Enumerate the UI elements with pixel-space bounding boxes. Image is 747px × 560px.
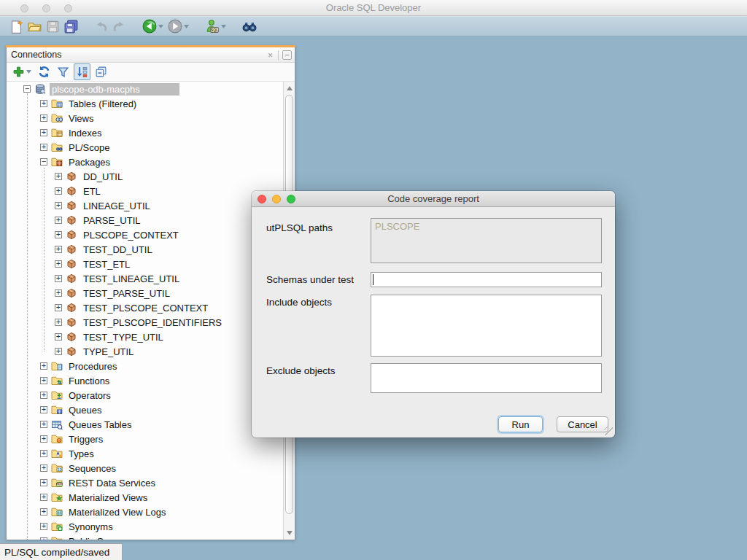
window-close-button[interactable] <box>20 4 28 12</box>
include-objects-field[interactable] <box>371 295 602 357</box>
forward-button[interactable] <box>166 18 191 35</box>
tree-row[interactable]: + TEST_PARSE_UTIL <box>7 286 283 300</box>
expand-toggle-icon[interactable]: + <box>40 114 47 122</box>
schemas-under-test-input[interactable] <box>371 272 602 287</box>
tree-row[interactable]: + PARSE_UTIL <box>7 213 283 228</box>
expand-toggle-icon[interactable]: + <box>55 231 62 238</box>
sort-button[interactable] <box>74 63 90 80</box>
tree-row[interactable]: + ETL <box>7 184 283 198</box>
tree-row[interactable]: + Materialized Views <box>7 490 283 505</box>
save-button[interactable] <box>44 18 62 35</box>
dialog-minimize-button[interactable] <box>272 195 281 203</box>
tree-row[interactable]: + Materialized View Logs <box>7 505 283 519</box>
expand-toggle-icon[interactable]: + <box>40 100 47 107</box>
sql-worksheet-button[interactable]: SQL <box>203 18 228 35</box>
expand-toggle-icon[interactable]: + <box>55 260 62 268</box>
chevron-down-icon[interactable] <box>26 70 31 74</box>
expand-toggle-icon[interactable]: + <box>55 217 62 224</box>
tree-row[interactable]: − plscope-odb-macphs <box>7 82 283 96</box>
tree-row[interactable]: + TEST_LINEAGE_UTIL <box>7 271 283 286</box>
tree-row[interactable]: + TYPE_UTIL <box>7 344 283 359</box>
expand-toggle-icon[interactable]: + <box>40 421 47 428</box>
save-all-button[interactable] <box>62 18 80 35</box>
collapse-toggle-icon[interactable]: − <box>23 85 31 93</box>
expand-toggle-icon[interactable]: + <box>40 523 47 530</box>
tree-row[interactable]: + TEST_ETL <box>7 257 283 271</box>
tree-row[interactable]: + Public Synonyms <box>7 534 283 540</box>
tree-row[interactable]: + Synonyms <box>7 519 283 534</box>
back-button[interactable] <box>140 18 166 35</box>
window-minimize-button[interactable] <box>42 4 50 12</box>
tree-row[interactable]: + TEST_PLSCOPE_CONTEXT <box>7 300 283 315</box>
tree-row[interactable]: + LINEAGE_UTIL <box>7 198 283 213</box>
expand-toggle-icon[interactable]: + <box>40 406 47 413</box>
expand-toggle-icon[interactable]: + <box>55 202 62 209</box>
search-button[interactable] <box>240 18 259 35</box>
expand-toggle-icon[interactable]: + <box>55 246 62 253</box>
tree-row[interactable]: + REST REST Data Services <box>7 475 283 490</box>
expand-toggle-icon[interactable]: + <box>40 464 47 472</box>
chevron-down-icon[interactable] <box>184 25 189 28</box>
dialog-zoom-button[interactable] <box>287 195 295 203</box>
expand-toggle-icon[interactable]: + <box>55 187 62 195</box>
run-button[interactable]: Run <box>498 416 543 432</box>
dialog-titlebar[interactable]: Code coverage report <box>252 191 615 207</box>
collapse-all-button[interactable] <box>93 63 109 80</box>
tree-row[interactable]: + Triggers <box>7 432 283 446</box>
expand-toggle-icon[interactable]: + <box>55 348 62 355</box>
tree-row[interactable]: + Tables (Filtered) <box>7 96 283 111</box>
expand-toggle-icon[interactable]: + <box>55 319 62 326</box>
expand-toggle-icon[interactable]: + <box>40 362 47 370</box>
tree-row[interactable]: + 12 Sequences <box>7 461 283 475</box>
collapse-toggle-icon[interactable]: − <box>40 158 47 166</box>
scroll-up-icon[interactable] <box>287 86 293 90</box>
expand-toggle-icon[interactable]: + <box>40 144 47 151</box>
open-folder-button[interactable] <box>26 18 44 35</box>
filter-button[interactable] <box>55 63 71 80</box>
panel-minimize-button[interactable]: − <box>282 50 292 60</box>
dialog-close-button[interactable] <box>258 195 266 203</box>
expand-toggle-icon[interactable]: + <box>40 494 47 501</box>
expand-toggle-icon[interactable]: + <box>40 479 47 486</box>
tree-row[interactable]: + Operators <box>7 388 283 402</box>
panel-close-icon[interactable]: × <box>266 51 274 60</box>
chevron-down-icon[interactable] <box>158 25 163 28</box>
tree-row[interactable]: + TEST_DD_UTIL <box>7 242 283 257</box>
expand-toggle-icon[interactable]: + <box>40 537 47 540</box>
expand-toggle-icon[interactable]: + <box>40 508 47 516</box>
undo-button[interactable] <box>92 18 110 35</box>
tree-row[interactable]: + PL/Scope <box>7 140 283 155</box>
cancel-button[interactable]: Cancel <box>557 416 608 432</box>
dialog-resize-grip[interactable] <box>604 427 613 435</box>
add-connection-button[interactable] <box>10 63 34 80</box>
expand-toggle-icon[interactable]: + <box>40 450 47 457</box>
tree-row[interactable]: + TEST_TYPE_UTIL <box>7 330 283 344</box>
expand-toggle-icon[interactable]: + <box>55 304 62 311</box>
utplsql-paths-field[interactable]: PLSCOPE <box>371 218 602 263</box>
expand-toggle-icon[interactable]: + <box>55 173 62 180</box>
window-zoom-button[interactable] <box>64 4 72 12</box>
expand-toggle-icon[interactable]: + <box>55 275 62 282</box>
tree-row[interactable]: + Views <box>7 111 283 125</box>
tree-row[interactable]: + Indexes <box>7 125 283 140</box>
new-file-button[interactable] <box>7 18 26 35</box>
tree-row[interactable]: + TEST_PLSCOPE_IDENTIFIERS <box>7 315 283 330</box>
tree-row[interactable]: + Procedures <box>7 359 283 373</box>
tree-row[interactable]: + Functions <box>7 373 283 388</box>
tree-row[interactable]: + Queues <box>7 402 283 417</box>
tree-row[interactable]: + Types <box>7 446 283 461</box>
tree-row[interactable]: + PLSCOPE_CONTEXT <box>7 228 283 242</box>
expand-toggle-icon[interactable]: + <box>40 435 47 443</box>
expand-toggle-icon[interactable]: + <box>40 129 47 136</box>
tree-row[interactable]: + Queues Tables <box>7 417 283 432</box>
scroll-down-icon[interactable] <box>287 531 293 535</box>
redo-button[interactable] <box>110 18 128 35</box>
expand-toggle-icon[interactable]: + <box>55 289 62 297</box>
exclude-objects-field[interactable] <box>371 363 602 393</box>
tree-row[interactable]: + DD_UTIL <box>7 169 283 184</box>
refresh-button[interactable] <box>36 63 53 80</box>
tree-row[interactable]: − Packages <box>7 155 283 169</box>
chevron-down-icon[interactable] <box>221 25 226 28</box>
expand-toggle-icon[interactable]: + <box>40 392 47 399</box>
expand-toggle-icon[interactable]: + <box>40 377 47 384</box>
